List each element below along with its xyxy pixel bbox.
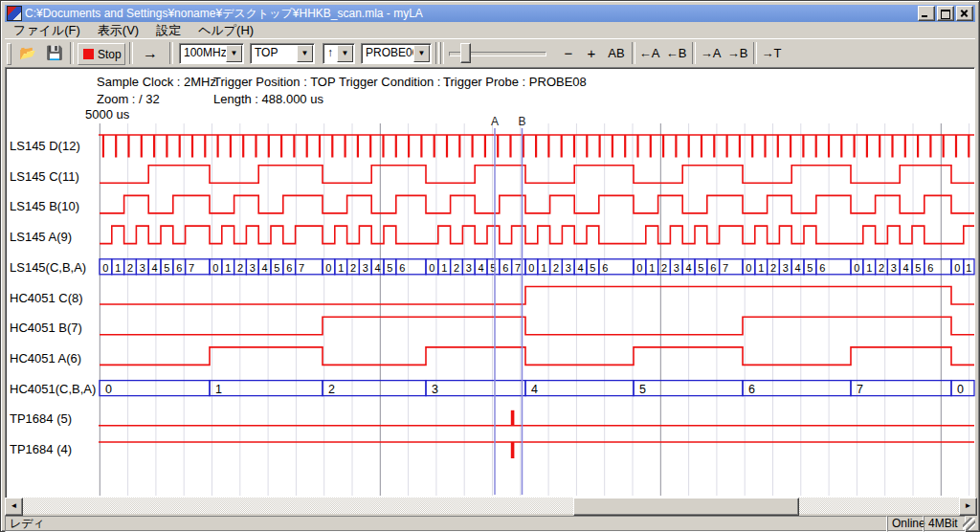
chevron-down-icon[interactable]: ▼ [413, 45, 430, 62]
close-icon [957, 7, 972, 20]
toolbar: 📂 💾 Stop → 100MHz ▼ TOP ▼ ↑ ▼ PROBE00 ▼ [5, 38, 975, 68]
app-icon [7, 6, 22, 21]
toolbar-separator [435, 42, 439, 64]
menu-view[interactable]: 表示(V) [89, 23, 147, 38]
zoom-in-button[interactable]: + [581, 43, 602, 63]
chevron-down-icon[interactable]: ▼ [226, 45, 242, 62]
status-memory-cell: 4MBit [924, 516, 966, 532]
status-online-cell: Online [887, 516, 924, 532]
toolbar-separator [169, 42, 173, 64]
zoom-slider-thumb[interactable] [460, 43, 471, 63]
trigger-edge-combobox[interactable]: ↑ ▼ [323, 43, 355, 64]
move-cursor-a-left-button[interactable]: ←A [636, 43, 662, 63]
move-cursor-b-left-button[interactable]: ←B [663, 43, 689, 63]
resize-grip-icon[interactable] [963, 518, 975, 530]
toolbar-grip[interactable] [7, 43, 11, 65]
titlebar: C:¥Documents and Settings¥noname¥デスクトップ¥… [5, 5, 975, 22]
right-arrow-icon: → [143, 45, 158, 61]
save-floppy-icon: 💾 [46, 45, 62, 60]
waveform-client-area[interactable] [5, 67, 975, 499]
minimize-icon [922, 15, 927, 17]
stop-button[interactable]: Stop [78, 43, 125, 65]
toolbar-separator [129, 42, 133, 64]
scrollbar-thumb[interactable] [573, 498, 799, 516]
trigger-edge-value: ↑ [327, 46, 333, 59]
open-file-button[interactable]: 📂 [18, 44, 37, 61]
trigger-position-combobox[interactable]: TOP ▼ [250, 43, 315, 64]
sample-clock-value: 100MHz [184, 46, 227, 59]
toolbar-separator [70, 42, 74, 64]
menu-settings[interactable]: 設定 [147, 23, 189, 38]
toolbar-separator [753, 42, 757, 64]
toolbar-separator [632, 42, 635, 64]
menu-file[interactable]: ファイル(F) [5, 23, 89, 38]
chevron-down-icon[interactable]: ▼ [337, 45, 353, 62]
maximize-icon [941, 10, 950, 19]
scroll-right-icon: ► [965, 501, 972, 510]
statusbar: レディ Online 4MBit [5, 516, 975, 531]
move-cursor-a-right-button[interactable]: →A [698, 43, 724, 63]
scroll-left-icon: ◄ [11, 501, 18, 510]
minimize-button[interactable] [918, 6, 935, 21]
zoom-out-button[interactable]: − [558, 43, 579, 63]
window-title: C:¥Documents and Settings¥noname¥デスクトップ¥… [25, 6, 918, 22]
run-button[interactable]: → [137, 43, 164, 63]
stop-label: Stop [98, 48, 122, 61]
sample-clock-combobox[interactable]: 100MHz ▼ [179, 43, 244, 64]
stop-square-icon [83, 49, 94, 59]
maximize-button[interactable] [937, 6, 954, 21]
save-file-button[interactable]: 💾 [45, 44, 64, 61]
move-cursor-b-right-button[interactable]: →B [724, 43, 750, 63]
scroll-left-button[interactable]: ◄ [5, 498, 23, 516]
menu-help[interactable]: ヘルプ(H) [189, 23, 262, 38]
goto-trigger-button[interactable]: →T [759, 43, 784, 63]
status-ready-cell: レディ [5, 516, 887, 532]
horizontal-scrollbar[interactable]: ◄ ► [5, 498, 977, 514]
probe-combobox[interactable]: PROBE00 ▼ [361, 43, 432, 64]
scroll-right-button[interactable]: ► [959, 498, 977, 516]
ab-range-button[interactable]: AB [604, 43, 629, 63]
chevron-down-icon[interactable]: ▼ [297, 45, 313, 62]
toolbar-separator [440, 42, 444, 64]
open-folder-icon: 📂 [19, 45, 35, 60]
probe-value: PROBE00 [366, 46, 418, 59]
close-button[interactable] [956, 6, 973, 21]
toolbar-separator [692, 42, 696, 64]
trigger-position-value: TOP [255, 46, 278, 59]
menubar: ファイル(F) 表示(V) 設定 ヘルプ(H) [5, 23, 975, 38]
app-window: C:¥Documents and Settings¥noname¥デスクトップ¥… [0, 0, 980, 532]
